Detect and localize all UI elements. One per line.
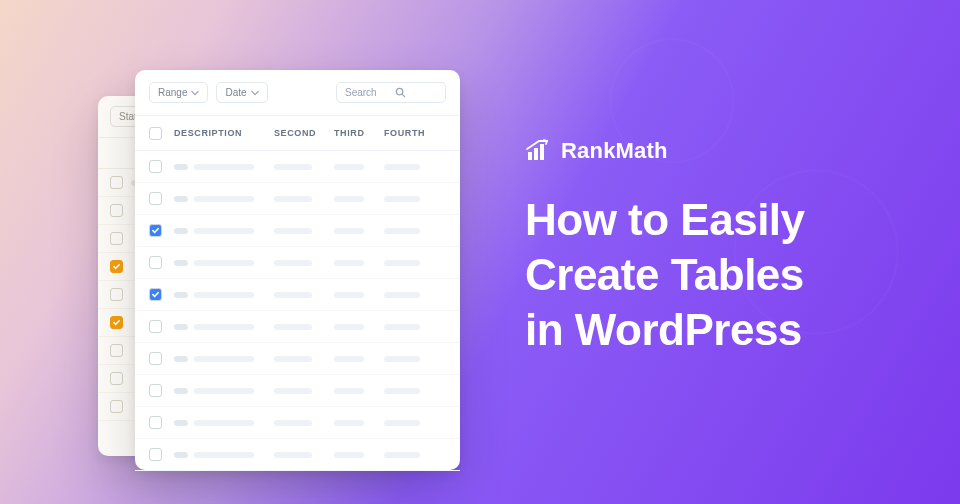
column-header[interactable]: SECOND: [262, 116, 322, 150]
table-row[interactable]: [135, 183, 460, 215]
row-checkbox[interactable]: [110, 344, 123, 357]
row-checkbox[interactable]: [149, 384, 162, 397]
date-filter[interactable]: Date: [216, 82, 267, 103]
brand: RankMath: [525, 138, 805, 164]
column-header[interactable]: THIRD: [322, 116, 372, 150]
table-row[interactable]: [135, 439, 460, 471]
brand-name: RankMath: [561, 138, 668, 164]
table-row[interactable]: [135, 407, 460, 439]
headline: How to Easily Create Tables in WordPress: [525, 192, 805, 357]
row-checkbox[interactable]: [149, 256, 162, 269]
table-row[interactable]: [135, 279, 460, 311]
headline-line: How to Easily: [525, 192, 805, 247]
table-row[interactable]: [135, 215, 460, 247]
row-checkbox[interactable]: [110, 400, 123, 413]
row-checkbox-checked[interactable]: [149, 288, 162, 301]
toolbar-front: Range Date Search: [135, 70, 460, 115]
row-checkbox[interactable]: [149, 320, 162, 333]
row-checkbox[interactable]: [110, 204, 123, 217]
check-icon: [112, 318, 121, 327]
column-header[interactable]: FOURTH: [372, 116, 427, 150]
table-card-front: Range Date Search DESCRIPTION SECOND THI…: [135, 70, 460, 470]
svg-rect-2: [534, 148, 538, 160]
check-icon: [151, 290, 160, 299]
date-filter-label: Date: [225, 87, 246, 98]
row-checkbox[interactable]: [149, 448, 162, 461]
range-filter-label: Range: [158, 87, 187, 98]
headline-line: Create Tables: [525, 247, 805, 302]
chevron-down-icon: [191, 89, 199, 97]
svg-rect-1: [528, 152, 532, 160]
row-checkbox[interactable]: [149, 416, 162, 429]
table-row[interactable]: [135, 375, 460, 407]
column-header[interactable]: DESCRIPTION: [162, 116, 262, 150]
search-placeholder: Search: [345, 87, 377, 98]
row-checkbox[interactable]: [110, 232, 123, 245]
table-row[interactable]: [135, 247, 460, 279]
table-header: DESCRIPTION SECOND THIRD FOURTH: [135, 116, 460, 151]
row-checkbox[interactable]: [149, 160, 162, 173]
row-checkbox[interactable]: [149, 352, 162, 365]
rankmath-logo-icon: [525, 138, 551, 164]
check-icon: [151, 226, 160, 235]
headline-line: in WordPress: [525, 302, 805, 357]
check-icon: [112, 262, 121, 271]
search-icon: [395, 87, 406, 98]
row-checkbox-checked[interactable]: [110, 316, 123, 329]
data-table: DESCRIPTION SECOND THIRD FOURTH: [135, 115, 460, 471]
row-checkbox-checked[interactable]: [110, 260, 123, 273]
row-checkbox[interactable]: [110, 288, 123, 301]
row-checkbox-checked[interactable]: [149, 224, 162, 237]
svg-rect-3: [540, 144, 544, 160]
row-checkbox[interactable]: [110, 372, 123, 385]
search-input[interactable]: Search: [336, 82, 446, 103]
hero-content: RankMath How to Easily Create Tables in …: [525, 138, 805, 357]
row-checkbox[interactable]: [149, 192, 162, 205]
svg-point-0: [396, 88, 402, 94]
table-row[interactable]: [135, 311, 460, 343]
table-row[interactable]: [135, 151, 460, 183]
row-checkbox[interactable]: [110, 176, 123, 189]
chevron-down-icon: [251, 89, 259, 97]
range-filter[interactable]: Range: [149, 82, 208, 103]
select-all-checkbox[interactable]: [149, 127, 162, 140]
table-row[interactable]: [135, 343, 460, 375]
